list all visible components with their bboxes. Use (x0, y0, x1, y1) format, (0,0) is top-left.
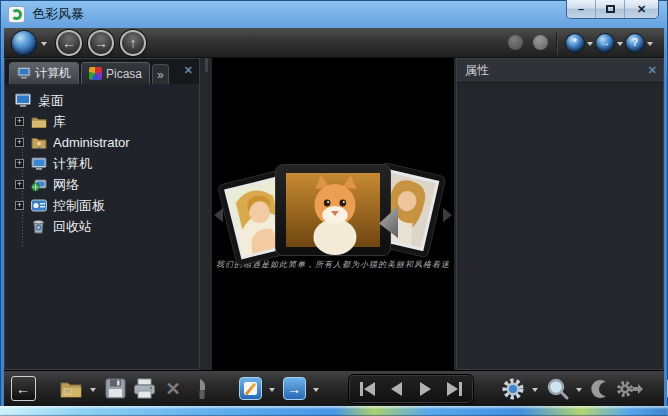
print-button[interactable] (131, 375, 157, 403)
expand-icon[interactable]: + (15, 117, 24, 126)
zoom-dropdown-icon[interactable] (576, 388, 582, 395)
tree-item-computer[interactable]: + 计算机 (5, 153, 199, 174)
open-folder-dropdown-icon[interactable] (90, 388, 96, 395)
previous-photo-arrow-icon[interactable] (214, 208, 223, 222)
libraries-icon (30, 114, 47, 130)
tab-computer[interactable]: 计算机 (9, 62, 79, 84)
picasa-icon (89, 67, 102, 80)
disabled-button-1[interactable] (508, 35, 523, 50)
cut-tool-icon (196, 378, 208, 400)
disabled-button-2[interactable] (533, 35, 548, 50)
up-button[interactable]: ↑ (120, 30, 146, 56)
print-icon (133, 378, 156, 399)
go-button[interactable]: → (596, 34, 614, 52)
tree-item-administrator[interactable]: + Administrator (5, 132, 199, 153)
tree-item-control-panel[interactable]: + 控制面板 (5, 195, 199, 216)
control-panel-icon (30, 198, 47, 214)
delete-icon: ✕ (165, 378, 180, 400)
user-folder-icon (30, 135, 47, 151)
forward-icon: → (94, 35, 108, 51)
panel-splitter-left[interactable] (200, 58, 212, 370)
folder-panel-close-icon[interactable]: ✕ (184, 64, 193, 77)
minimize-button[interactable]: – (567, 0, 596, 18)
app-window: 色彩风暴 – ✕ ← → ↑ * → ? (0, 0, 668, 416)
convert-button[interactable]: → (281, 375, 307, 403)
forward-button[interactable]: → (88, 30, 114, 56)
expand-icon[interactable]: + (15, 159, 24, 168)
first-image-button[interactable] (355, 377, 380, 401)
save-button[interactable] (102, 375, 128, 403)
properties-panel-header: 属性 ✕ (457, 59, 663, 83)
computer-tab-icon (17, 67, 31, 80)
magnifier-icon (546, 377, 569, 400)
close-button[interactable]: ✕ (625, 0, 658, 18)
tab-picasa[interactable]: Picasa (81, 62, 150, 84)
window-bottom-border (0, 406, 668, 416)
last-arrow-icon (447, 382, 458, 396)
tree-item-network[interactable]: + 网络 (5, 174, 199, 195)
tree-item-desktop[interactable]: 桌面 (5, 90, 199, 111)
recycle-bin-icon (30, 219, 47, 235)
properties-panel-close-icon[interactable]: ✕ (648, 64, 657, 77)
tree-item-label: Administrator (53, 135, 130, 150)
open-folder-icon (59, 379, 83, 399)
cut-tool-button[interactable] (189, 375, 215, 403)
maximize-button[interactable] (596, 0, 625, 18)
help-button[interactable]: ? (626, 34, 644, 52)
save-icon (105, 378, 126, 399)
tab-overflow-button[interactable]: » (152, 64, 169, 84)
app-menu-dropdown-icon[interactable] (41, 42, 47, 49)
tree-item-label: 控制面板 (53, 197, 105, 215)
settings-button[interactable] (500, 375, 526, 403)
next-photo-arrow-icon[interactable] (443, 208, 452, 222)
asterisk-icon: * (573, 37, 577, 48)
main-area: 计算机 Picasa » ✕ 桌面 (4, 58, 664, 370)
edit-button[interactable] (237, 375, 263, 403)
open-folder-button[interactable] (58, 375, 84, 403)
tree-item-label: 计算机 (53, 155, 92, 173)
properties-panel-body (457, 83, 663, 369)
maximize-icon (606, 5, 615, 13)
tree-item-label: 桌面 (38, 92, 64, 110)
batch-process-button[interactable] (617, 375, 643, 403)
computer-icon (30, 156, 47, 172)
tree-item-recycle-bin[interactable]: 回收站 (5, 216, 199, 237)
share-dropdown-icon[interactable] (587, 42, 593, 49)
edit-dropdown-icon[interactable] (269, 388, 275, 395)
color-adjust-button[interactable] (588, 375, 614, 403)
expand-icon[interactable]: + (15, 180, 24, 189)
back-button[interactable]: ← (56, 30, 82, 56)
expand-icon[interactable]: + (15, 138, 24, 147)
network-icon (30, 177, 47, 193)
delete-button[interactable]: ✕ (160, 375, 186, 403)
last-image-button[interactable] (442, 377, 467, 401)
photo-frame-center[interactable] (275, 164, 391, 256)
window-title: 色彩风暴 (32, 5, 84, 23)
image-viewer: 我们的相遇是如此简单，所有人都为小猫的美丽和风格着迷 (212, 58, 454, 370)
back-icon: ← (62, 35, 76, 51)
next-arrow-icon (420, 382, 431, 396)
window-caption-buttons: – ✕ (566, 0, 659, 19)
crescent-icon (592, 379, 610, 399)
image-navigation-group (348, 374, 474, 404)
expand-icon[interactable]: + (15, 201, 24, 210)
tree-item-libraries[interactable]: + 库 (5, 111, 199, 132)
previous-arrow-icon (391, 382, 402, 396)
exit-viewer-button[interactable]: ← (11, 376, 36, 401)
bottom-toolbar: ← (4, 370, 664, 406)
zoom-button[interactable] (544, 375, 570, 403)
top-toolbar-right: * → ? (498, 32, 656, 54)
share-button[interactable]: * (566, 34, 584, 52)
app-menu-button[interactable] (12, 31, 36, 55)
titlebar: 色彩风暴 – ✕ (0, 0, 668, 28)
go-dropdown-icon[interactable] (617, 42, 623, 49)
previous-image-button[interactable] (384, 377, 409, 401)
tab-computer-label: 计算机 (35, 65, 71, 82)
next-image-button[interactable] (413, 377, 438, 401)
tree-item-label: 回收站 (53, 218, 92, 236)
help-dropdown-icon[interactable] (647, 42, 653, 49)
properties-panel: 属性 ✕ (456, 58, 664, 370)
convert-dropdown-icon[interactable] (313, 388, 319, 395)
kitten-photo (286, 173, 380, 247)
settings-dropdown-icon[interactable] (532, 388, 538, 395)
